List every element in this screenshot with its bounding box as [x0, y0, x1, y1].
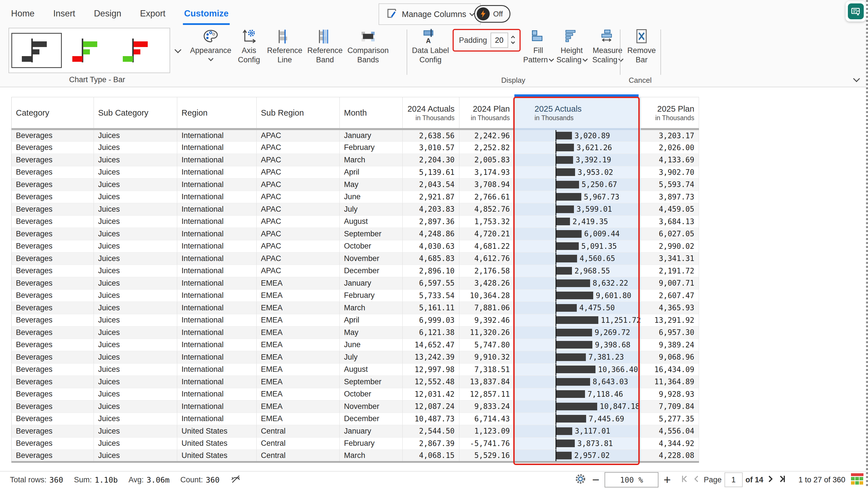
table-row[interactable]: BeveragesJuicesInternationalEMEAOctober1… — [12, 388, 699, 400]
svg-text:A: A — [426, 37, 431, 44]
zoom-out-button[interactable]: − — [592, 474, 599, 485]
tab-customize[interactable]: Customize — [183, 8, 230, 25]
table-row[interactable]: BeveragesJuicesInternationalEMEAJanuary6… — [12, 277, 699, 290]
ribbon-collapse-button[interactable] — [854, 77, 859, 83]
ribbon-display-group: A Data Label Config Padding 20 — [411, 27, 625, 65]
table-row[interactable]: BeveragesJuicesUnited StatesCentralMarch… — [12, 450, 699, 462]
data-label-config-button[interactable]: A Data Label Config — [411, 27, 450, 65]
table-row[interactable]: BeveragesJuicesInternationalAPACJuly4,20… — [12, 203, 699, 216]
bar-cell: 9,398.68 — [515, 339, 641, 351]
table-row[interactable]: BeveragesJuicesInternationalEMEAApril6,9… — [12, 314, 699, 326]
padding-input[interactable]: 20 — [491, 33, 508, 48]
zoom-level[interactable]: 100 % — [604, 472, 658, 487]
previous-page-button[interactable] — [692, 475, 701, 485]
table-row[interactable]: BeveragesJuicesInternationalAPACMay2,043… — [12, 178, 699, 191]
tab-home[interactable]: Home — [10, 8, 36, 25]
column-header-sub_region[interactable]: Sub Region — [257, 97, 340, 129]
zoom-in-button[interactable]: + — [663, 474, 671, 485]
table-row[interactable]: BeveragesJuicesInternationalAPACAugust2,… — [12, 216, 699, 228]
table-row[interactable]: BeveragesJuicesInternationalAPACFebruary… — [12, 141, 699, 154]
value-bar — [556, 304, 577, 312]
number-cell: 9,389.24 — [641, 339, 699, 351]
table-row[interactable]: BeveragesJuicesInternationalEMEADecember… — [12, 413, 699, 425]
chart-thumb-bar-red-green[interactable] — [112, 31, 163, 70]
table-row[interactable]: BeveragesJuicesInternationalEMEASeptembe… — [12, 376, 699, 388]
column-header-sub_category[interactable]: Sub Category — [94, 97, 177, 129]
table-row[interactable]: BeveragesJuicesInternationalEMEAFebruary… — [12, 289, 699, 302]
count-label: Count: — [180, 476, 203, 484]
text-cell: Beverages — [12, 253, 94, 265]
column-subtitle: in Thousands — [415, 114, 455, 122]
column-header-category[interactable]: Category — [12, 97, 94, 129]
manage-columns-button[interactable]: Manage Columns — [378, 3, 480, 25]
number-cell: 14,652.47 — [403, 339, 459, 351]
text-cell: Beverages — [12, 363, 94, 376]
table-row[interactable]: BeveragesJuicesInternationalAPACApril5,1… — [12, 166, 699, 178]
table-row[interactable]: BeveragesJuicesInternationalEMEAAugust12… — [12, 363, 699, 376]
fill-pattern-button[interactable]: Fill Pattern — [523, 27, 554, 65]
padding-control: Padding 20 — [453, 29, 521, 52]
chart-thumb-bar-green-red[interactable] — [62, 31, 112, 70]
value-bar — [556, 193, 581, 201]
table-row[interactable]: BeveragesJuicesInternationalEMEAMarch5,1… — [12, 302, 699, 314]
appearance-button[interactable]: Appearance — [189, 27, 232, 65]
column-header-month[interactable]: Month — [340, 97, 403, 129]
text-cell: Juices — [94, 413, 177, 425]
chart-thumb-bar-dark[interactable] — [11, 33, 62, 68]
number-cell: 2,607.47 — [641, 289, 699, 302]
text-cell: Beverages — [12, 265, 94, 277]
tab-design[interactable]: Design — [93, 8, 123, 25]
table-row[interactable]: BeveragesJuicesInternationalAPACOctober4… — [12, 240, 699, 253]
table-row[interactable]: BeveragesJuicesInternationalAPACDecember… — [12, 265, 699, 277]
table-row[interactable]: BeveragesJuicesInternationalAPACJune2,92… — [12, 191, 699, 203]
height-scaling-button[interactable]: Height Scaling — [556, 27, 588, 65]
number-cell: 13,291.92 — [641, 314, 699, 326]
table-row[interactable]: BeveragesJuicesInternationalEMEANovember… — [12, 400, 699, 413]
tab-export[interactable]: Export — [139, 8, 167, 25]
text-cell: APAC — [257, 178, 340, 191]
bar-cell: 3,020.89 — [515, 129, 641, 142]
value-bar — [556, 156, 573, 164]
padding-stepper[interactable] — [512, 36, 515, 44]
text-cell: Beverages — [12, 289, 94, 302]
grid-status-icon[interactable] — [850, 472, 864, 488]
number-cell: 3,341.31 — [641, 253, 699, 265]
table-row[interactable]: BeveragesJuicesInternationalAPACJanuary2… — [12, 129, 699, 142]
table-row[interactable]: BeveragesJuicesInternationalAPACMarch2,2… — [12, 154, 699, 166]
text-cell: United States — [177, 437, 257, 450]
last-page-button[interactable] — [778, 475, 786, 485]
number-cell: -5,741.76 — [459, 437, 515, 450]
text-cell: Beverages — [12, 437, 94, 450]
table-row[interactable]: BeveragesJuicesUnited StatesCentralFebru… — [12, 437, 699, 450]
eye-off-icon[interactable] — [230, 474, 241, 486]
comparison-bands-button[interactable]: Comparison Bands — [346, 27, 390, 65]
first-page-button[interactable] — [681, 475, 690, 485]
power-toggle[interactable]: Off — [474, 5, 510, 23]
extension-badge[interactable] — [846, 1, 866, 22]
table-row[interactable]: BeveragesJuicesInternationalEMEAJune14,6… — [12, 339, 699, 351]
gear-icon[interactable] — [574, 473, 587, 487]
page-input[interactable]: 1 — [724, 473, 743, 487]
tab-insert[interactable]: Insert — [52, 8, 76, 25]
reference-band-button[interactable]: Reference Band — [306, 27, 344, 65]
gallery-expand-button[interactable] — [170, 28, 185, 73]
table-row[interactable]: BeveragesJuicesInternationalAPACSeptembe… — [12, 228, 699, 240]
table-row[interactable]: BeveragesJuicesInternationalEMEAJuly13,2… — [12, 351, 699, 364]
number-cell: 4,681.22 — [459, 240, 515, 253]
column-header-plan_2025[interactable]: 2025 Planin Thousands — [641, 97, 699, 129]
column-header-actuals_2024[interactable]: 2024 Actualsin Thousands — [403, 97, 459, 129]
number-cell: 3,428.26 — [459, 277, 515, 290]
remove-bar-button[interactable]: Remove Bar — [625, 27, 658, 65]
next-page-button[interactable] — [766, 475, 775, 485]
text-cell: Juices — [94, 363, 177, 376]
column-header-plan_2024[interactable]: 2024 Planin Thousands — [459, 97, 515, 129]
column-header-region[interactable]: Region — [177, 97, 257, 129]
text-cell: January — [340, 129, 403, 142]
table-row[interactable]: BeveragesJuicesInternationalAPACNovember… — [12, 253, 699, 265]
text-cell: International — [177, 141, 257, 154]
reference-line-button[interactable]: Reference Line — [266, 27, 303, 65]
table-row[interactable]: BeveragesJuicesUnited StatesCentralJanua… — [12, 425, 699, 437]
axis-config-button[interactable]: Axis Config — [235, 27, 263, 65]
column-header-actuals_2025[interactable]: 2025 Actualsin Thousands — [515, 97, 641, 129]
table-row[interactable]: BeveragesJuicesInternationalEMEAMay6,121… — [12, 326, 699, 339]
